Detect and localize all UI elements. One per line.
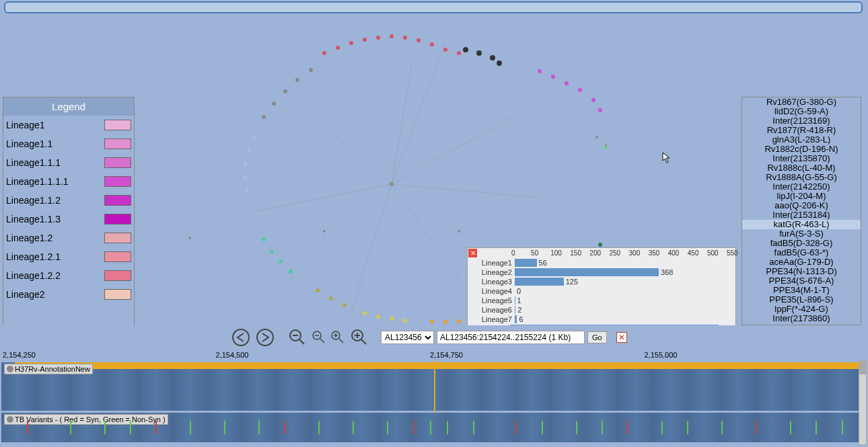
legend-item[interactable]: Lineage1.1.2 <box>3 191 134 210</box>
legend-panel[interactable]: Legend Lineage1Lineage1.1Lineage1.1.1Lin… <box>3 97 135 325</box>
zoom-in-button[interactable] <box>330 329 346 346</box>
gene-item[interactable]: Rv1882c(D-196-N) <box>742 145 861 154</box>
gene-item[interactable]: Rv1888A(G-55-G) <box>742 173 861 182</box>
legend-item[interactable]: Lineage1.2 <box>3 229 134 247</box>
close-icon[interactable]: ✕ <box>468 249 477 257</box>
annotation-track-label[interactable]: H37Rv-AnnotationNew <box>4 364 93 374</box>
chart-row: Lineage156 <box>468 258 733 268</box>
svg-point-4 <box>390 34 394 38</box>
svg-point-38 <box>457 319 461 323</box>
variant-mark <box>413 421 414 434</box>
variant-mark <box>258 421 260 434</box>
delete-button[interactable]: ✕ <box>616 332 627 343</box>
variant-mark <box>542 421 543 434</box>
svg-point-68 <box>233 329 249 346</box>
reference-select[interactable]: AL123456 <box>381 331 434 344</box>
svg-point-46 <box>342 303 347 307</box>
gene-item[interactable]: katG(R-463-L) <box>742 220 861 229</box>
legend-swatch <box>104 251 131 262</box>
legend-label: Lineage2 <box>6 289 104 300</box>
svg-point-62 <box>309 68 313 72</box>
gene-item[interactable]: Inter(2153184) <box>742 210 861 220</box>
svg-point-12 <box>463 47 468 52</box>
svg-point-6 <box>417 38 421 42</box>
gene-item[interactable]: PPE34(M-1-T) <box>742 286 861 295</box>
gene-list-panel[interactable]: Rv1867(G-380-G)lldD2(G-59-A)Inter(212316… <box>742 97 861 325</box>
pan-right-button[interactable] <box>254 328 276 347</box>
svg-point-3 <box>376 36 380 40</box>
variant-mark <box>70 421 71 434</box>
svg-line-74 <box>320 339 324 343</box>
svg-point-43 <box>390 317 394 321</box>
zoom-in-large-button[interactable] <box>349 328 370 347</box>
gene-item[interactable]: aao(Q-206-K) <box>742 201 861 210</box>
variants-track[interactable]: TB Variants - ( Red = Syn, Green = Non-S… <box>1 413 859 442</box>
svg-point-57 <box>252 135 256 139</box>
close-icon[interactable] <box>7 366 13 372</box>
gene-item[interactable]: Rv1877(R-418-R) <box>742 126 861 135</box>
gene-item[interactable]: lldD2(G-59-A) <box>742 107 861 116</box>
variant-mark <box>842 421 843 434</box>
legend-item[interactable]: Lineage1.1.1.1 <box>3 172 134 191</box>
legend-item[interactable]: Lineage2 <box>3 285 134 304</box>
gene-item[interactable]: Rv1867(G-380-G) <box>742 97 861 107</box>
svg-line-81 <box>361 339 366 344</box>
gene-item[interactable]: aceAa(G-179-D) <box>742 257 861 267</box>
variant-mark <box>130 421 131 434</box>
legend-item[interactable]: Lineage1.2.2 <box>3 266 134 285</box>
gene-item[interactable]: Rv1888c(L-40-M) <box>742 163 861 173</box>
chart-row: Lineage76 <box>468 315 733 324</box>
zoom-out-button[interactable] <box>311 329 327 346</box>
gene-item[interactable]: lipJ(I-204-M) <box>742 192 861 201</box>
track-scrollbar[interactable] <box>859 360 867 445</box>
legend-item[interactable]: Lineage1 <box>3 116 134 134</box>
legend-item[interactable]: Lineage1.1.3 <box>3 210 134 229</box>
gene-item[interactable]: Inter(2142250) <box>742 182 861 192</box>
variants-track-label[interactable]: TB Variants - ( Red = Syn, Green = Non-S… <box>4 414 168 425</box>
legend-label: Lineage1.1.1.1 <box>6 176 104 187</box>
svg-point-52 <box>262 237 266 241</box>
svg-point-42 <box>403 319 407 323</box>
gene-item[interactable]: lppF(*-424-G) <box>742 304 861 314</box>
svg-point-2 <box>363 38 367 42</box>
gene-item[interactable]: PPE35(L-896-S) <box>742 295 861 304</box>
annotation-track[interactable]: H37Rv-AnnotationNew <box>1 362 859 411</box>
gene-item[interactable]: glnA3(L-283-L) <box>742 135 861 145</box>
svg-point-51 <box>270 249 274 253</box>
svg-point-16 <box>551 75 555 79</box>
legend-item[interactable]: Lineage1.2.1 <box>3 247 134 266</box>
legend-swatch <box>104 289 131 300</box>
svg-point-7 <box>430 42 434 46</box>
gene-item[interactable]: PPE34(N-1313-D) <box>742 267 861 276</box>
svg-point-11 <box>322 51 326 55</box>
svg-point-48 <box>316 288 320 292</box>
svg-point-61 <box>295 78 299 82</box>
svg-point-19 <box>591 98 595 102</box>
gene-item[interactable]: PPE34(S-676-A) <box>742 276 861 286</box>
variant-mark <box>224 421 225 434</box>
gene-item[interactable]: Inter(2173860) <box>742 314 861 323</box>
chart-row: Lineage2368 <box>468 268 733 277</box>
gene-item[interactable]: fadB5(G-63-*) <box>742 248 861 257</box>
gene-item[interactable]: fadB5(D-328-G) <box>742 239 861 248</box>
gene-item[interactable]: furA(S-3-S) <box>742 229 861 239</box>
close-icon[interactable] <box>7 416 13 423</box>
zoom-out-large-button[interactable] <box>287 328 308 347</box>
go-button[interactable]: Go <box>587 331 607 343</box>
variant-mark <box>387 421 388 434</box>
svg-point-60 <box>283 89 287 93</box>
gene-item[interactable]: Inter(2135870) <box>742 154 861 163</box>
legend-item[interactable]: Lineage1.1 <box>3 134 134 153</box>
svg-point-17 <box>565 81 569 85</box>
svg-point-69 <box>257 329 273 346</box>
location-input[interactable] <box>437 331 585 344</box>
pan-left-button[interactable] <box>230 328 252 347</box>
variant-mark <box>576 421 577 434</box>
legend-item[interactable]: Lineage1.1.1 <box>3 153 134 172</box>
gene-item[interactable]: Inter(2123169) <box>742 116 861 126</box>
svg-point-44 <box>376 315 380 319</box>
variant-mark <box>447 421 448 434</box>
svg-point-47 <box>329 296 333 300</box>
svg-point-1 <box>349 41 353 45</box>
svg-point-15 <box>497 60 502 66</box>
